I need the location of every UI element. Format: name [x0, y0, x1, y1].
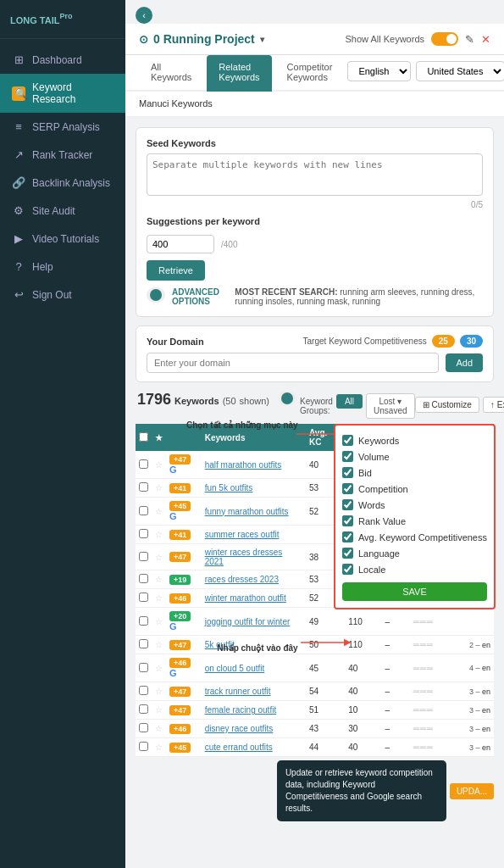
customize-item[interactable]: Volume: [342, 448, 487, 465]
keyword-link[interactable]: on cloud 5 outfit: [205, 664, 265, 673]
star-icon[interactable]: ☆: [155, 530, 163, 539]
sidebar-item-rank-tracker[interactable]: ↗ Rank Tracker: [0, 141, 125, 169]
keyword-link[interactable]: half marathon outfits: [205, 460, 282, 470]
row-checkbox-cell[interactable]: [136, 479, 152, 498]
lost-filter-button[interactable]: Lost ▾ Unsaved: [366, 393, 414, 419]
customize-checkbox[interactable]: [342, 467, 353, 478]
customize-item[interactable]: Avg. Keyword Competitiveness: [342, 529, 487, 545]
star-cell[interactable]: ☆: [152, 589, 166, 608]
sidebar-item-video[interactable]: ▶ Video Tutorials: [0, 225, 125, 253]
back-button[interactable]: ‹: [136, 7, 152, 24]
row-checkbox[interactable]: [139, 552, 148, 561]
advanced-toggle[interactable]: [147, 287, 165, 303]
customize-item[interactable]: Rank Value: [342, 513, 487, 529]
row-checkbox[interactable]: [139, 639, 148, 648]
row-checkbox-cell[interactable]: [136, 498, 152, 526]
customize-item[interactable]: Locale: [342, 561, 487, 577]
star-icon[interactable]: ☆: [155, 617, 163, 626]
customize-checkbox[interactable]: [342, 435, 353, 446]
star-icon[interactable]: ☆: [155, 575, 163, 584]
language-select[interactable]: English: [347, 61, 411, 81]
star-cell[interactable]: ☆: [152, 451, 166, 479]
star-icon[interactable]: ☆: [155, 507, 163, 516]
row-checkbox[interactable]: [139, 704, 148, 714]
keyword-link[interactable]: cute errand outfits: [205, 743, 273, 752]
row-checkbox[interactable]: [139, 529, 148, 538]
sidebar-item-site-audit[interactable]: ⚙ Site Audit: [0, 197, 125, 225]
keyword-link[interactable]: summer races outfit: [205, 530, 280, 539]
row-checkbox[interactable]: [139, 616, 148, 626]
keyword-link[interactable]: jogging outfit for winter: [205, 617, 291, 626]
keyword-link[interactable]: fun 5k outfits: [205, 483, 253, 492]
row-checkbox[interactable]: [139, 459, 148, 469]
sidebar-item-serp[interactable]: ≡ SERP Analysis: [0, 113, 125, 141]
seed-keywords-input[interactable]: [147, 153, 483, 196]
row-checkbox-cell[interactable]: [136, 451, 152, 479]
customize-button[interactable]: ⊞ Customize: [415, 397, 479, 413]
tab-related-keywords[interactable]: Related Keywords: [207, 55, 271, 92]
select-all-checkbox[interactable]: [139, 432, 148, 442]
keyword-link[interactable]: track runner outfit: [205, 687, 271, 696]
customize-item[interactable]: Words: [342, 497, 487, 513]
keyword-link[interactable]: races dresses 2023: [205, 575, 279, 584]
row-checkbox-cell[interactable]: [136, 570, 152, 589]
row-checkbox-cell[interactable]: [136, 701, 152, 720]
project-title[interactable]: ⊙ 0 Running Project ▾: [139, 32, 264, 46]
star-cell[interactable]: ☆: [152, 654, 166, 682]
customize-checkbox[interactable]: [342, 564, 353, 575]
star-icon[interactable]: ☆: [155, 743, 163, 752]
star-cell[interactable]: ☆: [152, 682, 166, 701]
customize-item[interactable]: Competition: [342, 481, 487, 497]
group-toggle[interactable]: [278, 391, 296, 406]
tab-manual-keywords[interactable]: Manuci Keywords: [139, 95, 213, 114]
suggestions-input[interactable]: 400: [147, 235, 214, 253]
star-icon[interactable]: ☆: [155, 664, 163, 673]
country-select[interactable]: United States: [416, 61, 504, 81]
row-checkbox-cell[interactable]: [136, 682, 152, 701]
customize-checkbox[interactable]: [342, 499, 353, 510]
customize-item[interactable]: Bid: [342, 465, 487, 481]
tab-competitor-keywords[interactable]: Competitor Keywords: [275, 55, 345, 92]
sidebar-item-signout[interactable]: ↩ Sign Out: [0, 281, 125, 309]
advanced-options-label[interactable]: ADVANCED OPTIONS: [172, 287, 228, 306]
row-checkbox[interactable]: [139, 574, 148, 583]
row-checkbox-cell[interactable]: [136, 608, 152, 636]
row-checkbox[interactable]: [139, 506, 148, 515]
star-icon[interactable]: ☆: [155, 593, 163, 603]
star-cell[interactable]: ☆: [152, 526, 166, 544]
row-checkbox-cell[interactable]: [136, 720, 152, 738]
star-cell[interactable]: ☆: [152, 570, 166, 589]
star-cell[interactable]: ☆: [152, 636, 166, 654]
save-customize-button[interactable]: SAVE: [342, 582, 487, 601]
star-icon[interactable]: ☆: [155, 724, 163, 733]
star-cell[interactable]: ☆: [152, 498, 166, 526]
row-checkbox[interactable]: [139, 742, 148, 751]
row-checkbox-cell[interactable]: [136, 738, 152, 757]
edit-icon[interactable]: ✎: [465, 33, 474, 46]
export-button[interactable]: ↑ Export: [483, 397, 504, 413]
star-icon[interactable]: ☆: [155, 553, 163, 562]
row-checkbox-cell[interactable]: [136, 544, 152, 570]
sidebar-item-help[interactable]: ? Help: [0, 253, 125, 281]
row-checkbox[interactable]: [139, 686, 148, 695]
star-icon[interactable]: ☆: [155, 705, 163, 715]
row-checkbox-cell[interactable]: [136, 636, 152, 654]
star-cell[interactable]: ☆: [152, 701, 166, 720]
sidebar-item-keyword-research[interactable]: 🔍 Keyword Research: [0, 74, 125, 113]
sidebar-item-dashboard[interactable]: ⊞ Dashboard: [0, 46, 125, 74]
retrieve-button[interactable]: Retrieve: [147, 260, 205, 281]
star-icon[interactable]: ☆: [155, 640, 163, 649]
update-button[interactable]: UPDA...: [450, 783, 494, 799]
star-cell[interactable]: ☆: [152, 479, 166, 498]
star-icon[interactable]: ☆: [155, 460, 163, 470]
close-icon[interactable]: ✕: [481, 33, 490, 46]
row-checkbox[interactable]: [139, 723, 148, 732]
customize-checkbox[interactable]: [342, 548, 353, 559]
star-cell[interactable]: ☆: [152, 738, 166, 757]
row-checkbox-cell[interactable]: [136, 589, 152, 608]
customize-item[interactable]: Keywords: [342, 432, 487, 448]
row-checkbox-cell[interactable]: [136, 526, 152, 544]
domain-input[interactable]: [147, 353, 439, 373]
row-checkbox-cell[interactable]: [136, 654, 152, 682]
star-cell[interactable]: ☆: [152, 608, 166, 636]
